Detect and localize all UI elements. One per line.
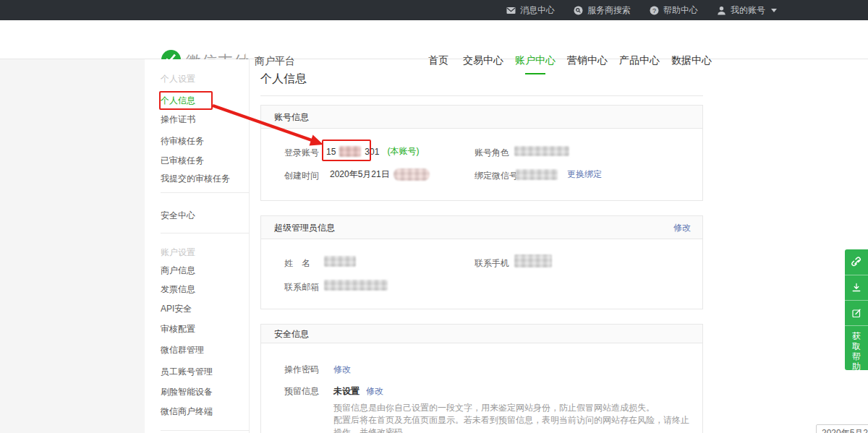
- link-icon: [851, 257, 862, 267]
- super-admin-card-header: 超级管理员信息 修改: [261, 216, 702, 239]
- title-divider: [260, 95, 703, 96]
- nav-home[interactable]: 首页: [428, 54, 448, 67]
- floating-toolbar: 获取帮助: [845, 249, 868, 370]
- topbar-item-my-account[interactable]: 我的账号: [717, 4, 777, 17]
- operation-password-label: 操作密码: [284, 364, 319, 376]
- redacted-admin-email: [324, 280, 388, 291]
- topbar-item-message-center[interactable]: 消息中心: [506, 4, 555, 17]
- search-icon: [574, 6, 583, 15]
- nav-product-center[interactable]: 产品中心: [619, 54, 660, 67]
- card-title: 超级管理员信息: [274, 216, 335, 239]
- redacted-wechat-id: [516, 169, 558, 180]
- security-info-card: 安全信息 操作密码 修改 预留信息 未设置 修改 预留信息是由你自己设置的一段文…: [260, 324, 703, 433]
- page-title: 个人信息: [260, 72, 307, 87]
- svg-text:?: ?: [652, 7, 656, 14]
- sidebar-divider: [161, 233, 249, 233]
- get-help-button[interactable]: 获取帮助: [845, 325, 868, 370]
- topbar-item-help-center[interactable]: ? 帮助中心: [650, 4, 698, 17]
- download-button[interactable]: [845, 275, 868, 300]
- download-icon: [851, 283, 861, 293]
- sidebar-divider: [161, 430, 249, 431]
- account-info-card: 账号信息 登录账号 15301 (本账号) 账号角色 创建时间 2020年5月2…: [260, 105, 703, 201]
- note-line: 配置后将在首页及充值页面显示。若未看到预留信息，表明当前访问的网站存在风险，请终…: [333, 414, 695, 433]
- mail-icon: [506, 6, 516, 15]
- admin-email-label: 联系邮箱: [284, 281, 319, 293]
- sidebar-section-personal-settings: 个人设置: [161, 73, 195, 85]
- created-time-value: 2020年5月21日: [330, 168, 430, 181]
- card-title: 账号信息: [274, 106, 309, 129]
- admin-phone-label: 联系手机: [475, 257, 509, 270]
- left-background-strip: [0, 59, 145, 433]
- user-icon: [717, 6, 726, 15]
- edit-icon: [851, 308, 861, 318]
- sidebar-item-wechat-merchant-terminal[interactable]: 微信商户终端: [161, 406, 213, 418]
- sidebar-section-account-settings: 账户设置: [161, 246, 195, 259]
- share-link-button[interactable]: [845, 249, 868, 275]
- feedback-button[interactable]: [845, 300, 868, 325]
- reserved-info-notes: 预留信息是由你自己设置的一段文字，用来鉴定网站身份，防止假冒网站造成损失。 配置…: [333, 402, 695, 433]
- sidebar-item-reviewed-tasks[interactable]: 已审核任务: [161, 155, 204, 167]
- sidebar-item-my-submitted-tasks[interactable]: 我提交的审核任务: [161, 173, 230, 185]
- login-account-value: 15301 (本账号): [326, 145, 419, 158]
- sidebar-item-wechat-group-management[interactable]: 微信群管理: [161, 344, 204, 356]
- topbar-item-label: 消息中心: [520, 4, 555, 17]
- reserved-edit-link[interactable]: 修改: [366, 385, 383, 398]
- sidebar-item-operation-certificate[interactable]: 操作证书: [161, 113, 195, 126]
- redacted-admin-name: [324, 256, 356, 267]
- nav-transaction-center[interactable]: 交易中心: [463, 54, 503, 67]
- topbar-item-label: 我的账号: [731, 4, 765, 17]
- header: 微信支付 商户平台 首页 交易中心 账户中心 营销中心 产品中心 数据中心: [0, 20, 868, 59]
- get-help-label: 获取帮助: [852, 331, 861, 370]
- sidebar-item-personal-info[interactable]: 个人信息: [161, 95, 195, 107]
- created-time-label: 创建时间: [284, 170, 319, 182]
- sidebar-item-face-smart-device[interactable]: 刷脸智能设备: [161, 386, 213, 398]
- active-nav-underline: [525, 73, 545, 74]
- bound-wechat-value: 更换绑定: [516, 168, 602, 181]
- topbar: 消息中心 服务商搜索 ? 帮助中心 我的账号: [0, 0, 868, 20]
- topbar-item-label: 服务商搜索: [587, 4, 631, 17]
- nav-data-center[interactable]: 数据中心: [671, 54, 712, 67]
- redacted-login-middle: [339, 146, 361, 157]
- admin-edit-link[interactable]: 修改: [673, 216, 691, 239]
- account-info-card-header: 账号信息: [261, 106, 702, 129]
- security-info-card-header: 安全信息: [261, 325, 702, 343]
- nav-account-center[interactable]: 账户中心: [515, 54, 556, 67]
- wechat-pay-merchant-page: 消息中心 服务商搜索 ? 帮助中心 我的账号 微信支付 商户平台 首页 交易中心…: [0, 0, 868, 433]
- sidebar-item-review-config[interactable]: 审核配置: [161, 323, 195, 335]
- login-account-label: 登录账号: [284, 147, 319, 159]
- redacted-created-time-part: [393, 168, 430, 181]
- sidebar-item-invoice-info[interactable]: 发票信息: [161, 283, 195, 296]
- account-role-label: 账号角色: [475, 147, 509, 159]
- redacted-account-role: [514, 146, 569, 156]
- super-admin-card: 超级管理员信息 修改 姓 名 联系手机 联系邮箱: [260, 215, 703, 309]
- reserved-info-status: 未设置: [333, 385, 359, 398]
- chevron-down-icon: [771, 9, 777, 12]
- redacted-admin-phone: [514, 254, 552, 267]
- note-line: 预留信息是由你自己设置的一段文字，用来鉴定网站身份，防止假冒网站造成损失。: [333, 402, 695, 414]
- sidebar-item-security-center[interactable]: 安全中心: [161, 210, 195, 222]
- sidebar-item-api-security[interactable]: API安全: [161, 303, 192, 315]
- sidebar-item-pending-review-tasks[interactable]: 待审核任务: [161, 135, 204, 147]
- current-account-tag: (本账号): [387, 145, 419, 158]
- reserved-info-label: 预留信息: [284, 385, 319, 398]
- password-edit-link[interactable]: 修改: [333, 364, 351, 376]
- rebind-link[interactable]: 更换绑定: [567, 168, 602, 181]
- portal-label: 商户平台: [255, 55, 295, 68]
- nav-marketing-center[interactable]: 营销中心: [567, 54, 608, 67]
- sidebar-divider: [161, 192, 249, 193]
- bound-wechat-label: 绑定微信号: [475, 170, 518, 182]
- sidebar-item-staff-account-management[interactable]: 员工账号管理: [161, 366, 213, 378]
- date-tooltip: 2020年5月22日: [816, 424, 868, 433]
- help-icon: ?: [650, 6, 659, 15]
- topbar-item-service-search[interactable]: 服务商搜索: [574, 4, 631, 17]
- card-title: 安全信息: [274, 325, 309, 343]
- sidebar: 个人设置 个人信息 操作证书 待审核任务 已审核任务 我提交的审核任务 安全中心…: [145, 59, 250, 433]
- topbar-item-label: 帮助中心: [663, 4, 698, 17]
- sidebar-item-merchant-info[interactable]: 商户信息: [161, 265, 195, 277]
- admin-name-label: 姓 名: [284, 257, 310, 270]
